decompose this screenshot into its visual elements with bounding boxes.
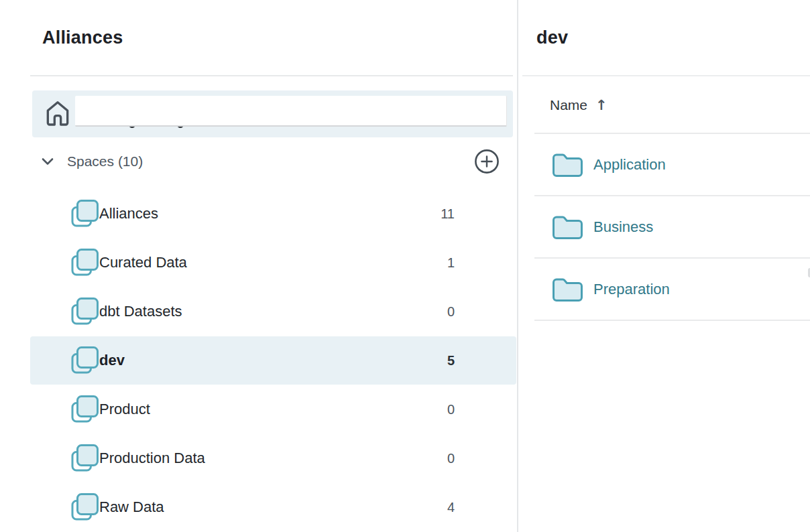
chevron-down-icon[interactable] — [40, 153, 56, 172]
space-count: 11 — [441, 206, 455, 222]
sidebar: Alliances Spaces (10) — [0, 0, 516, 532]
space-count: 0 — [447, 402, 455, 417]
space-label: Product — [99, 401, 150, 418]
sidebar-item-dev[interactable]: dev 5 — [30, 336, 516, 385]
space-count: 1 — [447, 255, 455, 271]
space-icon — [70, 492, 99, 525]
divider — [30, 75, 513, 76]
folder-icon — [552, 214, 583, 243]
folder-link[interactable]: Business — [593, 218, 653, 236]
sidebar-item-raw-data[interactable]: Raw Data 4 — [30, 483, 516, 531]
home-icon — [44, 98, 71, 131]
sidebar-item-dbt-datasets[interactable]: dbt Datasets 0 — [30, 287, 516, 336]
space-count: 0 — [447, 451, 455, 466]
sidebar-item-curated-data[interactable]: Curated Data 1 — [30, 239, 516, 287]
spaces-section-label: Spaces (10) — [67, 153, 143, 170]
space-label: dbt Datasets — [99, 303, 182, 320]
space-icon — [70, 395, 99, 427]
sidebar-title: Alliances — [42, 27, 123, 48]
divider — [522, 75, 810, 76]
folder-link[interactable]: Application — [593, 156, 666, 174]
space-label: Alliances — [99, 205, 158, 222]
space-icon — [70, 444, 99, 476]
space-icon — [70, 346, 99, 379]
table-row-preparation[interactable]: Preparation — [534, 259, 810, 321]
space-count: 5 — [447, 353, 455, 369]
redaction-box — [75, 96, 507, 127]
home-row[interactable] — [32, 90, 513, 137]
space-count: 4 — [447, 500, 455, 515]
space-icon — [70, 199, 99, 232]
sidebar-item-product[interactable]: Product 0 — [30, 385, 516, 434]
add-space-button[interactable] — [473, 148, 500, 175]
sidebar-item-production-data[interactable]: Production Data 0 — [30, 434, 516, 482]
table-row-application[interactable]: Application — [534, 134, 810, 196]
space-count: 0 — [447, 304, 455, 320]
space-label: Curated Data — [99, 254, 187, 271]
table-row-business[interactable]: Business — [534, 196, 810, 259]
space-icon — [70, 248, 99, 281]
table-header-name[interactable]: Name ↑ — [550, 94, 608, 116]
space-label: Production Data — [99, 450, 205, 467]
spaces-section-header[interactable]: Spaces (10) — [30, 147, 516, 176]
folder-link[interactable]: Preparation — [593, 281, 670, 298]
name-column-label: Name — [550, 97, 587, 113]
space-label: Raw Data — [99, 498, 164, 516]
space-label: dev — [99, 352, 125, 369]
folder-icon — [552, 277, 583, 305]
sidebar-item-alliances[interactable]: Alliances 11 — [30, 190, 516, 238]
plus-circle-icon — [473, 167, 500, 177]
sort-ascending-arrow-icon: ↑ — [595, 97, 608, 113]
folder-icon — [552, 152, 583, 180]
space-icon — [70, 297, 99, 330]
main-panel: dev Name ↑ Application Business Preparat… — [518, 0, 810, 532]
page-title: dev — [536, 27, 568, 48]
